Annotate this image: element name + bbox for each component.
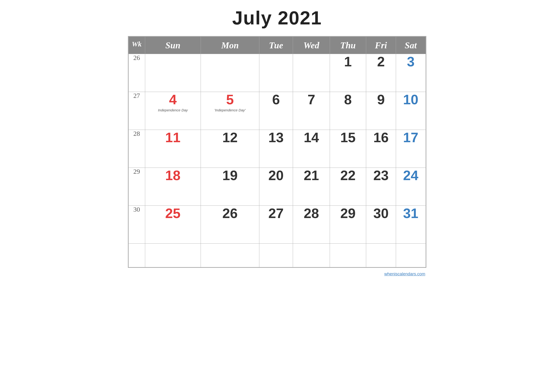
day-number: 18 [145,168,201,183]
day-cell: 17 [396,130,426,168]
day-number: 19 [201,168,259,183]
calendar-week-row: 26123 [128,54,426,92]
day-cell: 7 [293,92,330,130]
calendar-header: Wk Sun Mon Tue Wed Thu Fri Sat [128,37,426,54]
day-cell [293,54,330,92]
calendar-week-row: 2811121314151617 [128,130,426,168]
day-number: 26 [201,206,259,221]
day-number: 20 [259,168,293,183]
day-cell: 20 [259,168,293,206]
day-cell [201,54,259,92]
day-number: 15 [330,130,366,145]
day-cell: 24 [396,168,426,206]
calendar-week-row: 3025262728293031 [128,206,426,244]
day-number: 4 [145,92,201,107]
header-sat: Sat [396,37,426,54]
day-number: 12 [201,130,259,145]
day-cell: 26 [201,206,259,244]
calendar-week-row: 2918192021222324 [128,168,426,206]
empty-row [128,244,426,267]
day-cell: 23 [366,168,396,206]
empty-cell [330,244,366,267]
day-number: 3 [396,54,426,69]
week-number: 30 [128,206,145,244]
day-cell: 29 [330,206,366,244]
empty-cell [366,244,396,267]
day-number: 13 [259,130,293,145]
day-cell: 8 [330,92,366,130]
day-number: 27 [259,206,293,221]
day-cell: 14 [293,130,330,168]
week-number: 27 [128,92,145,130]
day-cell: 12 [201,130,259,168]
day-number: 23 [366,168,396,183]
empty-cell [145,244,201,267]
day-number: 16 [366,130,396,145]
header-fri: Fri [366,37,396,54]
week-number: 29 [128,168,145,206]
wk-header: Wk [128,37,145,54]
day-number: 17 [396,130,426,145]
day-cell: 9 [366,92,396,130]
day-cell: 18 [145,168,201,206]
day-cell [259,54,293,92]
day-number: 10 [396,92,426,107]
day-cell: 15 [330,130,366,168]
day-number: 25 [145,206,201,221]
day-number: 9 [366,92,396,107]
day-number: 1 [330,54,366,69]
day-cell: 3 [396,54,426,92]
header-mon: Mon [201,37,259,54]
day-cell: 5'Independence Day' [201,92,259,130]
holiday-label: 'Independence Day' [201,108,259,112]
day-number: 6 [259,92,293,107]
day-number: 7 [293,92,330,107]
day-cell: 30 [366,206,396,244]
day-cell: 25 [145,206,201,244]
header-sun: Sun [145,37,201,54]
holiday-label: Independence Day [145,108,201,112]
day-cell: 4Independence Day [145,92,201,130]
footer: wheniscalendars.com [128,268,426,278]
day-cell: 27 [259,206,293,244]
day-number: 21 [293,168,330,183]
day-number: 24 [396,168,426,183]
day-number: 11 [145,130,201,145]
day-cell: 1 [330,54,366,92]
day-number: 22 [330,168,366,183]
day-cell: 16 [366,130,396,168]
day-number: 28 [293,206,330,221]
week-number: 26 [128,54,145,92]
empty-cell [293,244,330,267]
calendar: Wk Sun Mon Tue Wed Thu Fri Sat 26123274I… [128,36,426,268]
day-cell: 11 [145,130,201,168]
calendar-table: Wk Sun Mon Tue Wed Thu Fri Sat 26123274I… [128,36,426,267]
day-number: 5 [201,92,259,107]
day-number: 30 [366,206,396,221]
day-cell: 21 [293,168,330,206]
day-number: 31 [396,206,426,221]
day-cell: 13 [259,130,293,168]
day-cell: 19 [201,168,259,206]
day-cell: 28 [293,206,330,244]
day-cell: 10 [396,92,426,130]
week-number: 28 [128,130,145,168]
empty-cell [201,244,259,267]
day-number: 14 [293,130,330,145]
empty-cell [259,244,293,267]
day-number: 29 [330,206,366,221]
day-number: 8 [330,92,366,107]
day-number: 2 [366,54,396,69]
day-cell: 2 [366,54,396,92]
empty-cell [396,244,426,267]
empty-cell [128,244,145,267]
header-tue: Tue [259,37,293,54]
header-wed: Wed [293,37,330,54]
day-cell: 6 [259,92,293,130]
watermark: wheniscalendars.com [384,272,425,277]
day-cell: 22 [330,168,366,206]
day-cell [145,54,201,92]
day-cell: 31 [396,206,426,244]
header-thu: Thu [330,37,366,54]
calendar-week-row: 274Independence Day5'Independence Day'67… [128,92,426,130]
